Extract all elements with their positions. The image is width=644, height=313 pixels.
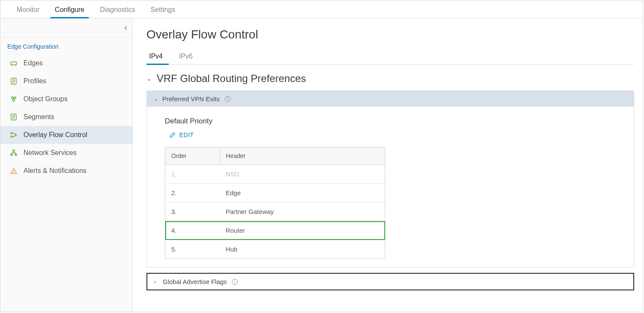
sidebar-item-alerts[interactable]: Alerts & Notifications [0,162,132,180]
cell-header: Router [220,221,385,240]
info-icon[interactable]: i [225,96,231,102]
svg-rect-0 [11,62,17,65]
sidebar-item-label: Overlay Flow Control [23,131,87,139]
sidebar-item-segments[interactable]: Segments [0,108,132,126]
pencil-icon [169,132,176,138]
cell-order: 5. [165,240,220,259]
sidebar-item-object-groups[interactable]: Object Groups [0,90,132,108]
svg-point-25 [13,172,14,173]
table-row: 1. NSD [165,165,385,184]
sidebar-item-overlay-flow-control[interactable]: Overlay Flow Control [0,126,132,144]
sidebar-section-title: Edge Configuration [0,37,132,54]
sidebar-item-label: Edges [23,59,43,67]
svg-point-9 [13,99,15,102]
cell-order: 1. [165,165,220,184]
sidebar-item-label: Alerts & Notifications [23,167,87,175]
sidebar-item-edges[interactable]: Edges [0,54,132,72]
svg-rect-18 [11,154,12,155]
panel-header-label: Global Advertise Flags [163,278,227,285]
document-icon [10,113,18,121]
sidebar-collapse-toggle[interactable]: ‹‹ [0,18,132,37]
sidebar-item-network-services[interactable]: Network Services [0,144,132,162]
cell-order: 4. [165,221,220,240]
document-icon [10,77,18,85]
section-heading-label: VRF Global Routing Preferences [157,73,306,85]
panel-preferred-vpn-exits: ⌄ Preferred VPN Exits i Default Priority… [146,91,634,268]
svg-point-15 [11,136,12,137]
svg-point-14 [11,132,12,134]
page-title: Overlay Flow Control [146,28,634,41]
chevron-down-icon: ⌄ [146,75,152,82]
tab-diagnostics[interactable]: Diagnostics [92,2,143,18]
tab-settings[interactable]: Settings [143,2,183,18]
info-icon[interactable]: i [232,279,238,285]
panel-header-label: Preferred VPN Exits [162,95,220,102]
sidebar-item-label: Segments [23,113,54,121]
cell-order: 2. [165,184,220,202]
table-row: 2. Edge [165,184,385,202]
warning-icon [10,167,18,175]
cell-order: 3. [165,202,220,221]
table-row: 5. Hub [165,240,385,259]
chevron-down-icon: ⌄ [154,96,159,102]
sidebar-item-label: Network Services [23,149,76,157]
table-row: 3. Partner Gateway [165,202,385,221]
chevron-right-icon: › [154,279,159,285]
sidebar-item-label: Object Groups [23,95,67,103]
section-heading-vrf[interactable]: ⌄ VRF Global Routing Preferences [146,65,634,91]
panel-header-global-advertise-flags[interactable]: › Global Advertise Flags i [146,273,634,290]
priority-table: Order Header 1. NSD 2. Edge [165,147,385,259]
sub-tab-ipv6[interactable]: IPv6 [176,49,199,64]
sidebar-item-profiles[interactable]: Profiles [0,72,132,90]
col-header: Header [220,147,385,165]
table-row: 4. Router [165,221,385,240]
top-tabs: Monitor Configure Diagnostics Settings [0,0,643,18]
cell-header: Hub [220,240,385,259]
edit-button-label: EDIT [179,132,194,138]
group-icon [10,95,18,103]
main-content: Overlay Flow Control IPv4 IPv6 ⌄ VRF Glo… [133,18,643,312]
svg-point-8 [14,97,16,99]
edit-button[interactable]: EDIT [165,130,194,140]
sub-tabs: IPv4 IPv6 [146,49,634,65]
svg-point-7 [12,97,14,99]
tab-monitor[interactable]: Monitor [9,2,47,18]
cell-header: NSD [220,165,385,184]
sidebar: ‹‹ Edge Configuration Edges Profiles O [0,18,133,312]
chevron-double-left-icon: ‹‹ [124,23,125,32]
col-order: Order [165,147,220,165]
default-priority-label: Default Priority [165,117,618,126]
device-icon [10,59,18,67]
flow-icon [10,131,18,139]
sidebar-item-label: Profiles [23,77,46,85]
cell-header: Partner Gateway [220,202,385,221]
sub-tab-ipv4[interactable]: IPv4 [146,49,169,64]
svg-rect-19 [15,154,17,155]
tab-configure[interactable]: Configure [47,2,92,18]
svg-rect-17 [13,150,15,151]
cell-header: Edge [220,184,385,202]
tree-icon [10,149,18,157]
panel-header-preferred-vpn-exits[interactable]: ⌄ Preferred VPN Exits i [147,91,634,107]
